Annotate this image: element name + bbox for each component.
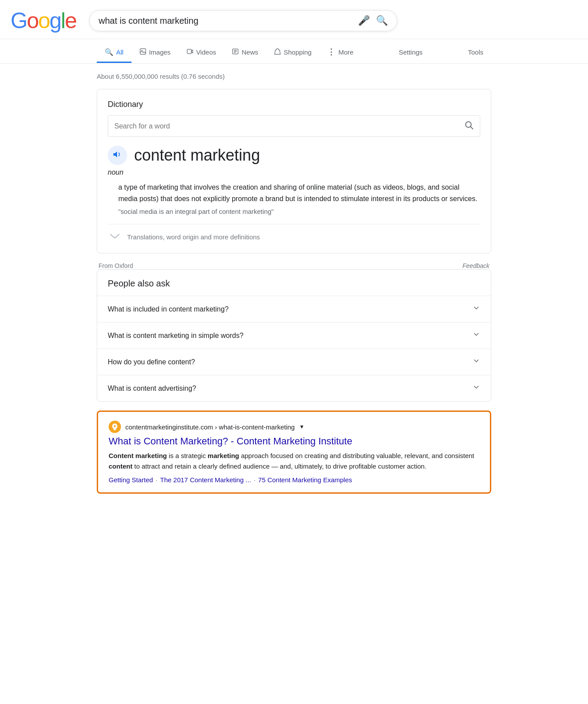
search-icon[interactable]: 🔍 bbox=[376, 15, 388, 26]
result-sitelinks: Getting Started · The 2017 Content Marke… bbox=[109, 476, 479, 484]
chevron-down-icon bbox=[108, 231, 122, 242]
results-stats: About 6,550,000,000 results (0.76 second… bbox=[97, 73, 491, 80]
paa-item-3[interactable]: What is content advertising? bbox=[97, 375, 491, 401]
sitelink-separator-0: · bbox=[156, 476, 157, 484]
result-url-dropdown-icon[interactable]: ▼ bbox=[299, 424, 304, 430]
paa-item-2[interactable]: How do you define content? bbox=[97, 348, 491, 375]
tab-videos[interactable]: Videos bbox=[179, 43, 224, 63]
sitelink-separator-1: · bbox=[254, 476, 256, 484]
top-search-result: contentmarketinginstitute.com › what-is-… bbox=[97, 411, 491, 494]
dictionary-search-input[interactable] bbox=[114, 122, 460, 130]
logo-letter-g: g bbox=[50, 8, 61, 33]
speaker-button[interactable] bbox=[108, 146, 127, 165]
tab-all-label: All bbox=[116, 48, 124, 56]
result-favicon bbox=[109, 421, 121, 433]
paa-chevron-2 bbox=[472, 357, 480, 367]
snippet-bold-2: marketing bbox=[208, 452, 239, 459]
tab-news-label: News bbox=[241, 48, 258, 56]
paa-chevron-0 bbox=[472, 304, 480, 314]
sitelink-1[interactable]: The 2017 Content Marketing ... bbox=[160, 476, 251, 484]
dict-word-row: content marketing bbox=[108, 146, 480, 165]
result-url: contentmarketinginstitute.com › what-is-… bbox=[125, 423, 295, 431]
result-title[interactable]: What is Content Marketing? - Content Mar… bbox=[109, 436, 479, 447]
settings-label: Settings bbox=[399, 48, 423, 56]
tab-shopping[interactable]: Shopping bbox=[266, 43, 319, 63]
news-tab-icon bbox=[232, 48, 239, 56]
google-logo: Google bbox=[11, 8, 76, 33]
dict-example: "social media is an integral part of con… bbox=[108, 208, 480, 215]
svg-line-8 bbox=[471, 127, 473, 129]
more-tab-icon: ⋮ bbox=[327, 47, 336, 57]
paa-question-0: What is included in content marketing? bbox=[108, 305, 229, 313]
dict-from-label: From Oxford bbox=[99, 262, 133, 269]
logo-letter-o2: o bbox=[38, 8, 50, 33]
snippet-bold-1: Content marketing bbox=[109, 452, 167, 459]
paa-title: People also ask bbox=[97, 270, 491, 296]
dict-footer: From Oxford Feedback bbox=[97, 262, 491, 269]
paa-item-1[interactable]: What is content marketing in simple word… bbox=[97, 322, 491, 348]
svg-rect-2 bbox=[187, 49, 191, 54]
dictionary-search-icon[interactable] bbox=[464, 120, 474, 132]
tab-more-label: More bbox=[338, 48, 353, 56]
dictionary-card-title: Dictionary bbox=[108, 100, 480, 109]
header: Google 🎤 🔍 bbox=[0, 0, 588, 39]
result-source-row: contentmarketinginstitute.com › what-is-… bbox=[109, 421, 479, 433]
paa-chevron-3 bbox=[472, 383, 480, 393]
logo-letter-G: G bbox=[11, 8, 27, 33]
result-snippet: Content marketing is a strategic marketi… bbox=[109, 451, 479, 472]
paa-item-0[interactable]: What is included in content marketing? bbox=[97, 296, 491, 322]
dictionary-search-row[interactable] bbox=[108, 115, 480, 137]
tab-tools[interactable]: Tools bbox=[460, 43, 491, 62]
tab-videos-label: Videos bbox=[196, 48, 216, 56]
paa-chevron-1 bbox=[472, 330, 480, 341]
paa-question-1: What is content marketing in simple word… bbox=[108, 332, 244, 340]
shopping-tab-icon bbox=[274, 48, 281, 56]
tab-more[interactable]: ⋮ More bbox=[319, 42, 361, 63]
dict-word: content marketing bbox=[134, 146, 260, 165]
dict-more-row[interactable]: Translations, word origin and more defin… bbox=[108, 224, 480, 242]
sitelink-0[interactable]: Getting Started bbox=[109, 476, 153, 484]
microphone-icon[interactable]: 🎤 bbox=[358, 15, 370, 26]
videos-tab-icon bbox=[186, 48, 194, 56]
tab-settings[interactable]: Settings bbox=[391, 43, 431, 62]
tab-images-label: Images bbox=[149, 48, 171, 56]
dict-definition: a type of marketing that involves the cr… bbox=[108, 182, 480, 204]
tab-all[interactable]: 🔍 All bbox=[97, 43, 131, 63]
results-area: About 6,550,000,000 results (0.76 second… bbox=[0, 64, 588, 511]
people-also-ask-card: People also ask What is included in cont… bbox=[97, 269, 491, 402]
dict-more-label: Translations, word origin and more defin… bbox=[127, 233, 260, 241]
paa-question-2: How do you define content? bbox=[108, 358, 195, 366]
all-tab-icon: 🔍 bbox=[105, 48, 113, 56]
search-bar-container: 🎤 🔍 bbox=[89, 10, 397, 31]
logo-letter-l: l bbox=[61, 8, 65, 33]
images-tab-icon bbox=[139, 48, 146, 56]
paa-question-3: What is content advertising? bbox=[108, 385, 196, 392]
dict-pos: noun bbox=[108, 169, 480, 176]
tab-images[interactable]: Images bbox=[131, 43, 179, 63]
tools-label: Tools bbox=[468, 48, 483, 56]
snippet-bold-3: content bbox=[109, 462, 132, 470]
search-input[interactable] bbox=[99, 16, 353, 26]
speaker-icon bbox=[113, 150, 122, 161]
dict-feedback-link[interactable]: Feedback bbox=[463, 262, 489, 269]
sitelink-2[interactable]: 75 Content Marketing Examples bbox=[258, 476, 352, 484]
logo-letter-e: e bbox=[65, 8, 76, 33]
search-icons: 🎤 🔍 bbox=[358, 15, 388, 26]
logo-letter-o1: o bbox=[27, 8, 38, 33]
search-bar[interactable]: 🎤 🔍 bbox=[89, 10, 397, 31]
dictionary-card: Dictionary content marketing noun a type… bbox=[97, 89, 491, 253]
tab-shopping-label: Shopping bbox=[284, 48, 311, 56]
nav-tabs: 🔍 All Images Videos News Shopping ⋮ More… bbox=[0, 39, 588, 64]
tab-news[interactable]: News bbox=[224, 43, 266, 63]
svg-rect-0 bbox=[140, 48, 146, 54]
